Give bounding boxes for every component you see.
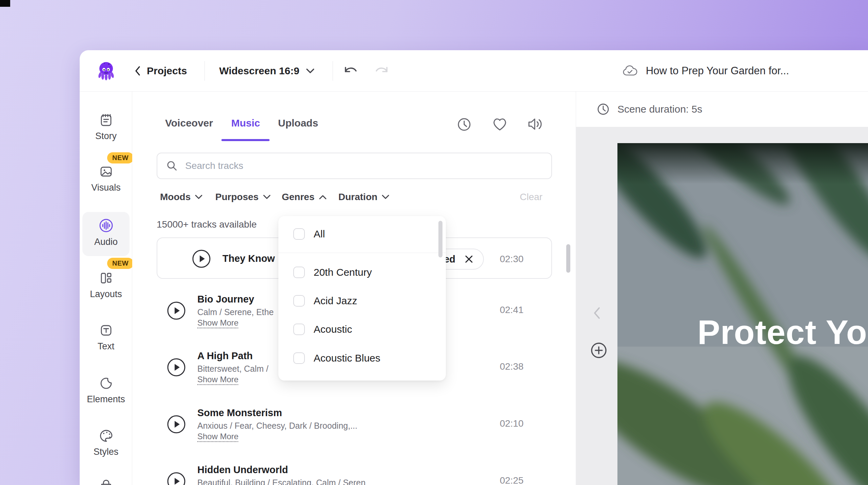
show-more-link[interactable]: Show More [197,375,238,384]
sidebar-item-elements[interactable]: Elements [80,376,132,405]
sidebar-item-brand-partial[interactable] [80,478,132,485]
aspect-label: Widescreen 16:9 [219,65,299,77]
track-row[interactable]: Hidden Underworld Beautiful, Building / … [157,463,552,485]
sidebar-item-story[interactable]: Story [80,113,132,141]
desktop-background: Projects Widescreen 16:9 How to Prep You… [0,0,868,485]
favorites-button[interactable] [492,117,508,132]
sidebar-label: Layouts [90,289,122,299]
track-row[interactable]: Some Monsterism Anxious / Fear, Cheesy, … [157,406,552,457]
filter-duration[interactable]: Duration [338,192,390,202]
search-icon [166,160,178,172]
tab-voiceover[interactable]: Voiceover [165,117,213,129]
track-duration: 02:38 [493,361,530,372]
sidebar-item-visuals[interactable]: Visuals [80,164,132,193]
checkbox[interactable] [293,352,305,364]
image-icon [99,164,114,179]
active-tab-underline [221,139,270,141]
play-button[interactable] [167,358,186,377]
volume-button[interactable] [526,117,543,132]
undo-icon [343,64,359,78]
track-title: They Know [222,253,275,264]
video-shadow [617,143,868,184]
sidebar-item-styles[interactable]: Styles [80,428,132,457]
screen-corner-artifact [0,0,10,7]
tab-uploads[interactable]: Uploads [278,117,318,129]
genres-dropdown-menu: All 20th Century Acid Jazz Acoustic [278,216,446,381]
checkbox[interactable] [293,324,305,335]
aspect-ratio-dropdown[interactable]: Widescreen 16:9 [219,65,315,77]
track-duration: 02:41 [493,305,530,315]
text-icon [99,323,114,338]
layout-grid-icon [99,271,114,286]
play-button[interactable] [192,249,211,268]
back-to-projects-button[interactable]: Projects [134,65,187,77]
filter-purposes[interactable]: Purposes [215,192,271,202]
chevron-down-icon [305,68,315,74]
sidebar-label: Styles [94,447,119,457]
clock-icon [596,102,610,116]
previous-scene-button[interactable] [592,306,601,320]
genre-option-acid-jazz[interactable]: Acid Jazz [293,295,357,307]
back-label: Projects [147,65,187,77]
redo-icon [374,64,389,78]
story-icon [99,113,114,128]
play-button[interactable] [167,472,186,485]
sidebar-item-audio[interactable]: Audio [80,218,132,247]
track-duration: 02:30 [493,254,530,265]
video-preview[interactable]: Protect Yo [617,143,868,485]
clear-filters-button[interactable]: Clear [520,192,542,202]
video-overlay-text: Protect Yo [697,313,867,352]
results-count: 15000+ tracks available [157,219,257,230]
sidebar-item-text[interactable]: Text [80,323,132,352]
track-list-scrollbar[interactable] [566,244,570,273]
chevron-left-icon [134,65,141,77]
track-duration: 02:25 [493,475,530,485]
genre-option-acoustic-blues[interactable]: Acoustic Blues [293,352,380,364]
track-title: Some Monsterism [197,406,455,420]
octopus-logo-icon[interactable] [95,60,117,82]
history-button[interactable] [456,117,472,132]
sidebar-label: Story [95,131,117,141]
dropdown-scrollbar[interactable] [438,221,442,257]
chevron-down-icon [263,194,271,200]
divider [333,61,333,81]
cloud-saved-icon [622,65,638,77]
document-title-text: How to Prep Your Garden for... [646,65,789,77]
redo-button[interactable] [374,64,389,78]
checkbox[interactable] [293,295,305,307]
play-button[interactable] [167,301,186,320]
filter-genres[interactable]: Genres [282,192,327,202]
preview-panel: Scene duration: 5s [576,92,868,485]
speaker-icon [526,117,543,132]
chevron-down-icon [381,194,390,200]
add-scene-button[interactable] [590,342,607,359]
checkbox[interactable] [293,228,305,240]
palette-icon [98,428,114,443]
genre-option-acoustic[interactable]: Acoustic [293,324,352,335]
search-tracks-box [157,153,552,179]
chevron-left-icon [592,306,601,320]
undo-button[interactable] [343,64,359,78]
genre-option-20th-century[interactable]: 20th Century [293,267,372,278]
checkbox[interactable] [293,267,305,278]
search-tracks-input[interactable] [184,160,542,172]
top-bar: Projects Widescreen 16:9 How to Prep You… [80,50,868,92]
document-title[interactable]: How to Prep Your Garden for... [622,65,789,77]
filter-moods[interactable]: Moods [160,192,203,202]
divider [204,61,205,81]
sidebar: Story NEW Visuals Audio NEW Layouts [80,92,132,485]
track-duration: 02:10 [493,418,530,429]
chevron-up-icon [319,194,327,200]
bag-icon [99,478,114,485]
sidebar-item-layouts[interactable]: Layouts [80,271,132,299]
show-more-link[interactable]: Show More [197,432,238,441]
play-button[interactable] [167,415,186,434]
audio-library-panel: Voiceover Music Uploads Mo [132,92,576,485]
show-more-link[interactable]: Show More [197,318,238,327]
clock-icon [456,117,472,132]
tab-music[interactable]: Music [231,117,260,129]
plus-circle-icon [590,342,607,359]
genre-option-all[interactable]: All [293,228,325,240]
new-badge: NEW [107,152,134,163]
track-tags: Anxious / Fear, Cheesy, Dark / Brooding,… [197,420,455,432]
